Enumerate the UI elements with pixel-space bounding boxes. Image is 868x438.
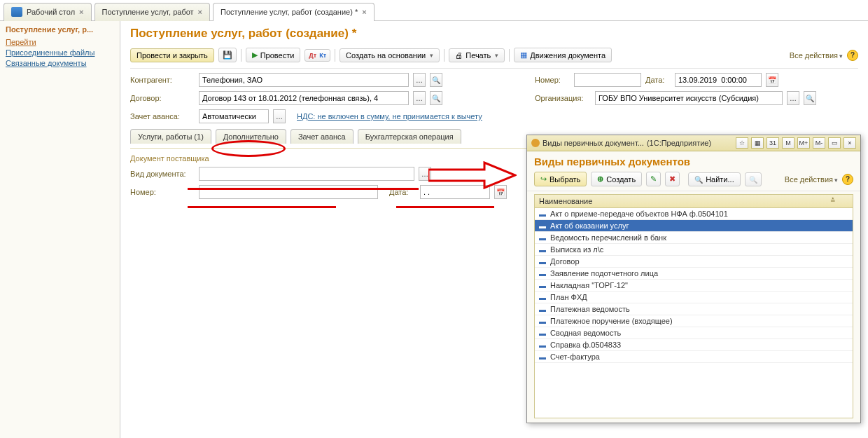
- list-item[interactable]: ▬Акт об оказании услуг: [535, 220, 853, 232]
- docnum-label: Номер:: [130, 188, 195, 196]
- list-item[interactable]: ▬Платежное поручение (входящее): [535, 315, 853, 327]
- vat-link[interactable]: НДС: не включен в сумму, не принимается …: [297, 112, 482, 121]
- list-header[interactable]: Наименование ≛: [534, 194, 853, 208]
- select-button[interactable]: …: [413, 73, 426, 87]
- choose-button[interactable]: ↪ Выбрать: [534, 172, 587, 186]
- item-icon: ▬: [539, 317, 546, 325]
- sidebar-link-related[interactable]: Связанные документы: [6, 59, 114, 67]
- contract-input[interactable]: [199, 91, 409, 105]
- page-title: Поступление услуг, работ (создание) *: [130, 27, 858, 41]
- item-icon: ▬: [539, 210, 546, 218]
- dialog-heading: Виды первичных документов: [527, 151, 860, 172]
- calendar-icon[interactable]: [494, 185, 507, 199]
- divider: [335, 49, 335, 62]
- post-and-close-button[interactable]: Провести и закрыть: [130, 48, 214, 62]
- item-label: Платежное поручение (входящее): [550, 317, 673, 325]
- date-input[interactable]: [675, 73, 762, 87]
- print-button[interactable]: Печать: [449, 48, 505, 62]
- list-item[interactable]: ▬Акт о приеме-передаче объектов НФА ф.05…: [535, 208, 853, 220]
- column-name: Наименование: [539, 197, 592, 205]
- m-minus-button[interactable]: M-: [813, 137, 825, 149]
- select-button[interactable]: …: [413, 91, 426, 105]
- sidebar-link-attached[interactable]: Присоединенные файлы: [6, 48, 114, 57]
- maximize-button[interactable]: ▭: [828, 137, 841, 149]
- create-based-on-button[interactable]: Создать на основании: [340, 48, 440, 62]
- tab-doc-list[interactable]: Поступление услуг, работ ×: [94, 3, 211, 21]
- advance-input[interactable]: [199, 109, 269, 123]
- list-item[interactable]: ▬Договор: [535, 256, 853, 268]
- tab-close-icon[interactable]: ×: [79, 8, 83, 16]
- doctype-input[interactable]: [199, 167, 414, 181]
- list-item[interactable]: ▬Заявление подотчетного лица: [535, 268, 853, 280]
- document-types-list: ▬Акт о приеме-передаче объектов НФА ф.05…: [534, 208, 853, 418]
- item-icon: ▬: [539, 246, 546, 254]
- close-button[interactable]: ×: [844, 137, 856, 149]
- list-item[interactable]: ▬Справка ф.0504833: [535, 339, 853, 351]
- post-button[interactable]: ▶ Провести: [246, 48, 301, 62]
- titlebar-btn[interactable]: 31: [766, 137, 779, 149]
- subtab-advance[interactable]: Зачет аванса: [290, 129, 354, 144]
- row-contract: Договор: … Организация: …: [130, 91, 858, 105]
- search-icon[interactable]: [430, 73, 442, 87]
- edit-button[interactable]: [646, 172, 661, 186]
- row-advance: Зачет аванса: … НДС: не включен в сумму,…: [130, 109, 858, 123]
- tab-label: Рабочий стол: [27, 8, 75, 16]
- item-label: Счет-фактура: [550, 353, 600, 361]
- create-button[interactable]: ⊕ Создать: [591, 172, 642, 186]
- row-contractor: Контрагент: … Номер: Дата:: [130, 73, 858, 87]
- subtab-accounting[interactable]: Бухгалтерская операция: [358, 129, 461, 144]
- item-label: Акт об оказании услуг: [550, 221, 629, 230]
- list-item[interactable]: ▬Выписка из л\с: [535, 244, 853, 256]
- item-icon: ▬: [539, 222, 546, 230]
- delete-button[interactable]: [665, 172, 680, 186]
- org-label: Организация:: [535, 94, 591, 102]
- help-icon[interactable]: ?: [842, 174, 853, 185]
- document-types-dialog: Виды первичных документ... (1С:Предприят…: [526, 135, 861, 423]
- list-item[interactable]: ▬Ведомость перечислений в банк: [535, 232, 853, 244]
- list-item[interactable]: ▬Счет-фактура: [535, 351, 853, 363]
- dt-kt-icon[interactable]: ДтКт: [304, 49, 330, 62]
- calendar-icon[interactable]: [766, 73, 778, 87]
- movements-button[interactable]: ▦ Движения документа: [514, 48, 612, 62]
- search-icon[interactable]: [804, 91, 816, 105]
- contractor-label: Контрагент:: [130, 76, 195, 84]
- find-button[interactable]: Найти...: [688, 172, 741, 186]
- tab-close-icon[interactable]: ×: [362, 8, 366, 16]
- select-button[interactable]: …: [419, 167, 431, 181]
- top-tabs: Рабочий стол × Поступление услуг, работ …: [0, 0, 868, 21]
- search-icon[interactable]: [430, 91, 442, 105]
- item-icon: ▬: [539, 329, 546, 337]
- subtab-additional[interactable]: Дополнительно: [216, 129, 286, 144]
- list-item[interactable]: ▬Сводная ведомость: [535, 327, 853, 339]
- select-button[interactable]: …: [273, 109, 286, 123]
- m-button[interactable]: M: [782, 137, 794, 149]
- item-label: Сводная ведомость: [550, 329, 621, 337]
- clear-find-button[interactable]: [745, 172, 762, 186]
- titlebar-btn[interactable]: ☆: [736, 137, 748, 149]
- list-item[interactable]: ▬План ФХД: [535, 292, 853, 303]
- tab-doc-create[interactable]: Поступление услуг, работ (создание) * ×: [213, 3, 374, 21]
- item-icon: ▬: [539, 353, 546, 361]
- save-button[interactable]: [218, 48, 237, 62]
- subtab-services[interactable]: Услуги, работы (1): [130, 129, 211, 144]
- item-label: Накладная "ТОРГ-12": [550, 281, 628, 289]
- divider: [509, 49, 510, 62]
- list-item[interactable]: ▬Накладная "ТОРГ-12": [535, 280, 853, 292]
- select-button[interactable]: …: [787, 91, 799, 105]
- tab-close-icon[interactable]: ×: [198, 8, 202, 16]
- list-item[interactable]: ▬Платежная ведомость: [535, 303, 853, 315]
- org-input[interactable]: [595, 91, 783, 105]
- tab-desktop[interactable]: Рабочий стол ×: [4, 3, 92, 21]
- dialog-titlebar[interactable]: Виды первичных документ... (1С:Предприят…: [527, 135, 860, 151]
- titlebar-btn[interactable]: ▦: [751, 137, 764, 149]
- m-plus-button[interactable]: M+: [797, 137, 810, 149]
- item-icon: ▬: [539, 294, 546, 301]
- contractor-input[interactable]: [199, 73, 409, 87]
- docnum-input[interactable]: [199, 185, 378, 199]
- docdate-input[interactable]: [420, 185, 490, 199]
- number-input[interactable]: [574, 73, 641, 87]
- all-actions-button[interactable]: Все действия: [785, 175, 838, 184]
- all-actions-button[interactable]: Все действия: [790, 51, 843, 60]
- item-icon: ▬: [539, 270, 546, 278]
- help-icon[interactable]: ?: [847, 50, 858, 61]
